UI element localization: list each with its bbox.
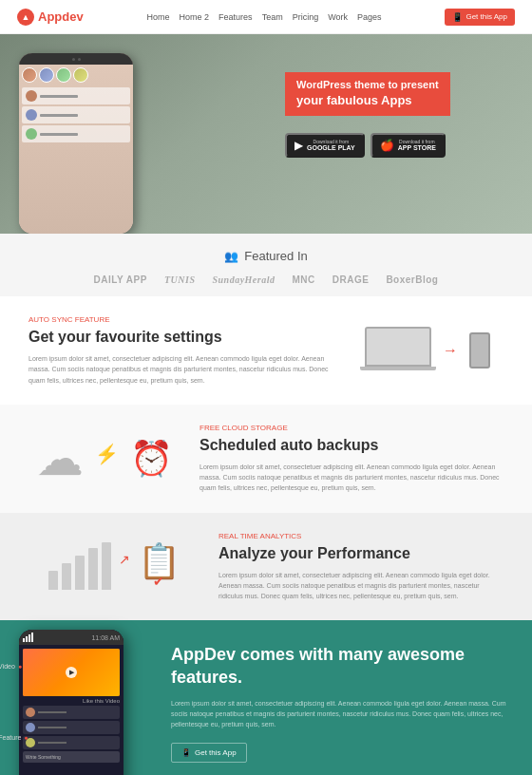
teal-desc: Lorem ipsum dolor sit amet, consectetuer…	[171, 698, 513, 730]
teal-text-content: AppDev comes with many awesome features.…	[171, 639, 513, 762]
trend-icon: ↗	[119, 552, 130, 567]
signal-bars	[23, 633, 33, 642]
list-text-3	[40, 133, 78, 136]
feature-row-1: Auto Sync feature Get your favourite set…	[0, 296, 532, 405]
brand: ▲ Appdev	[17, 9, 84, 26]
alarm-icon: ⏰	[130, 439, 173, 479]
phone-mid-icon	[469, 332, 490, 369]
teal-content-area: ▶ Like this Video	[19, 645, 124, 768]
google-play-text: Download it from GOOGLE PLAY	[307, 139, 355, 152]
logo-tunis: TUNIS	[164, 274, 196, 285]
avatar-1	[22, 67, 37, 83]
list-text-1	[40, 95, 78, 98]
teal-title: AppDev comes with many awesome features.	[171, 644, 513, 689]
teal-phone-mockup: 11:08 AM ▶ Like this Video	[19, 630, 124, 775]
video-thumbnail: ▶	[23, 649, 120, 696]
nav-pricing[interactable]: Pricing	[293, 12, 319, 22]
nav-home[interactable]: Home	[147, 12, 170, 22]
write-something-label: Write Something	[26, 754, 61, 760]
bar-1	[48, 571, 58, 590]
hero-badge: WordPress theme to present your fabulous…	[285, 72, 450, 116]
feature-label-1: Auto Sync feature	[28, 315, 332, 324]
list-text-2	[40, 114, 78, 117]
hero-badge-line1: WordPress theme to present	[296, 78, 439, 92]
featured-logos: DAILY APP TUNIS SundayHerald MNC DRAGE B…	[0, 274, 532, 285]
sig-4	[31, 633, 33, 642]
google-play-button[interactable]: ▶ Download it from GOOGLE PLAY	[285, 133, 365, 158]
sig-3	[28, 634, 30, 642]
sig-1	[23, 638, 25, 642]
phone-list-1	[22, 87, 130, 104]
app-store-text: Download it from APP STORE	[398, 139, 436, 152]
teal-list-2	[23, 721, 120, 734]
logo-mnc: MNC	[292, 274, 314, 285]
hero-content: WordPress theme to present your fabulous…	[285, 72, 513, 158]
hero-buttons: ▶ Download it from GOOGLE PLAY 🍎 Downloa…	[285, 133, 513, 158]
feature-title-3: Analyze your Performance	[218, 544, 504, 562]
chart-bars-icon	[48, 542, 111, 590]
feature-label-2: Free cloud storage	[200, 424, 504, 432]
teal-list-1	[23, 706, 120, 719]
bar-5	[102, 542, 111, 590]
annotation-your-video: Your Video ●	[0, 663, 22, 670]
laptop-base	[360, 367, 436, 370]
nav-cta-button[interactable]: 📱 Get this App	[445, 9, 515, 26]
teal-phone-wrap: 11:08 AM ▶ Like this Video	[19, 630, 152, 775]
teal-avatar-2	[26, 723, 35, 732]
feature-icons-1: →	[342, 327, 513, 374]
like-annotation: Like this Video	[23, 698, 120, 704]
teal-avatar-1	[26, 708, 35, 717]
feature-text-1: Auto Sync feature Get your favourite set…	[19, 315, 342, 386]
teal-name-line-3	[38, 742, 66, 744]
teal-cta-phone-icon: 📱	[181, 748, 191, 757]
avatar-2	[39, 67, 54, 83]
phone-dot-1	[72, 58, 75, 61]
nav-features[interactable]: Features	[218, 12, 253, 22]
teal-name-line-2	[38, 727, 66, 728]
trend-area: ↗	[119, 552, 130, 581]
nav-home2[interactable]: Home 2	[180, 12, 210, 22]
nav-pages[interactable]: Pages	[357, 12, 382, 22]
hero-phone-mockup	[19, 53, 133, 234]
bar-4	[88, 548, 98, 590]
feature-row-3: ↗ 📋 ✔ Real time Analytics Analyze your P…	[0, 513, 532, 621]
hero-section: WordPress theme to present your fabulous…	[0, 34, 532, 234]
features-section: Auto Sync feature Get your favourite set…	[0, 296, 532, 620]
clipboard-area: 📋 ✔	[138, 541, 180, 592]
teal-phone-header: 11:08 AM	[19, 630, 124, 645]
teal-name-line-1	[38, 711, 66, 713]
feature-icons-3: ↗ 📋 ✔	[19, 541, 209, 592]
feature-desc-3: Lorem ipsum dolor sit amet, consectetuer…	[218, 570, 504, 602]
sig-2	[26, 636, 28, 642]
arrow-right-icon: →	[443, 342, 458, 359]
feature-desc-1: Lorem ipsum dolor sit amet, consectetuer…	[28, 353, 332, 386]
carrier-text: 11:08 AM	[91, 634, 120, 641]
nav-links: Home Home 2 Features Team Pricing Work P…	[147, 12, 382, 22]
brand-name-part2: dev	[62, 9, 83, 24]
teal-cta-button[interactable]: 📱 Get this App	[171, 743, 247, 763]
hero-badge-line2: your fabulous Apps	[296, 92, 439, 109]
phone-list-2	[22, 106, 130, 123]
featured-section: 👥 Featured In DAILY APP TUNIS SundayHera…	[0, 234, 532, 296]
check-icon: ✔	[153, 574, 164, 589]
feature-text-3: Real time Analytics Analyze your Perform…	[209, 532, 513, 602]
logo-boxerblog: BoxerBlog	[386, 274, 438, 285]
teal-list-3	[23, 736, 120, 749]
nav-work[interactable]: Work	[328, 12, 348, 22]
phone-screen	[19, 53, 133, 234]
phone-dot-2	[78, 58, 81, 61]
phone-content	[19, 65, 133, 234]
google-play-icon: ▶	[294, 139, 303, 152]
play-button[interactable]: ▶	[66, 667, 77, 678]
feature-row-2: Free cloud storage Scheduled auto backup…	[0, 405, 532, 513]
avatar-3	[56, 67, 71, 83]
featured-icon: 👥	[224, 250, 238, 263]
lightning-icon: ⚡	[95, 444, 119, 464]
feature-text-2: Free cloud storage Scheduled auto backup…	[190, 424, 513, 494]
laptop-icon	[365, 327, 431, 374]
app-store-button[interactable]: 🍎 Download it from APP STORE	[370, 133, 446, 158]
nav-team[interactable]: Team	[262, 12, 283, 22]
brand-name: Appdev	[38, 9, 84, 24]
logo-sunday-herald: SundayHerald	[212, 274, 275, 285]
phone-list-3	[22, 125, 130, 142]
